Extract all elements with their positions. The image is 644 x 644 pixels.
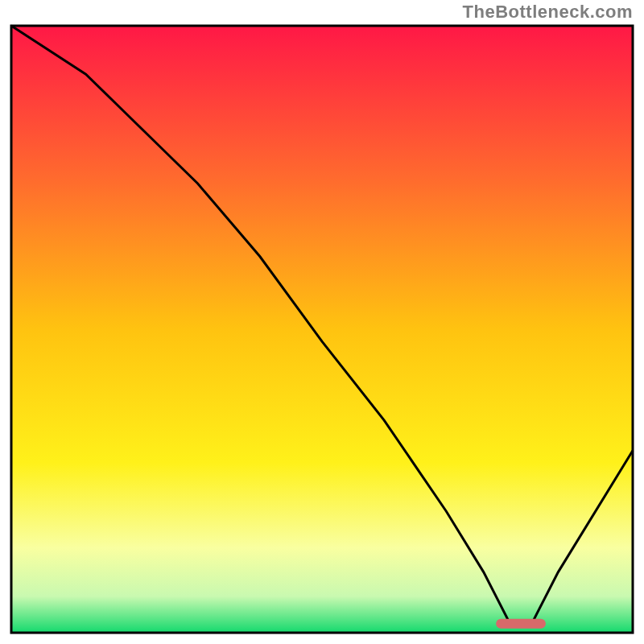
bottleneck-chart [0, 0, 644, 644]
optimal-range-marker [496, 619, 546, 629]
attribution-text: TheBottleneck.com [463, 2, 633, 23]
gradient-background [11, 26, 633, 633]
